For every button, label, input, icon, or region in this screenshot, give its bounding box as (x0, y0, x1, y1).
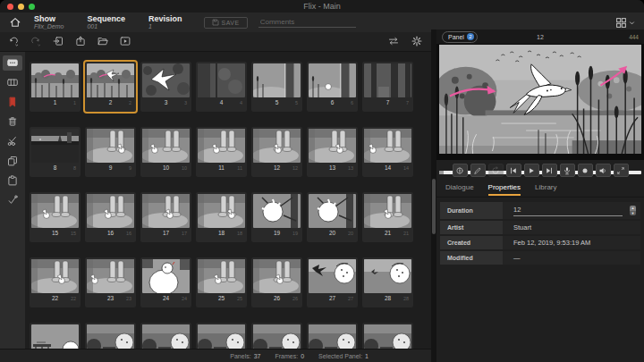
panel-card[interactable]: 1717 (140, 192, 191, 242)
panel-card[interactable]: 1818 (196, 192, 247, 242)
panel-card[interactable]: 2424 (140, 257, 191, 307)
versions-icon (7, 193, 18, 209)
tab-library[interactable]: Library (535, 183, 556, 196)
redo-icon (30, 34, 41, 50)
export-panel-button[interactable] (73, 35, 88, 49)
panel-card[interactable]: 2626 (251, 257, 302, 307)
preview-player-button[interactable] (118, 35, 132, 49)
versions-button[interactable] (3, 193, 22, 208)
panel-thumbnail (253, 259, 301, 293)
grid-scrollbar[interactable] (432, 179, 436, 234)
panel-card[interactable]: 33 (140, 62, 191, 112)
bookmark-button[interactable] (3, 95, 22, 110)
panel-card[interactable]: 55 (251, 62, 302, 112)
panel-number: 8 (54, 164, 57, 171)
panel-number: 17 (163, 230, 169, 236)
panel-number: 12 (274, 164, 280, 171)
fullscreen-button[interactable] (614, 164, 629, 177)
panel-card[interactable]: 2222 (30, 257, 80, 307)
import-panel-button[interactable] (51, 35, 65, 49)
panel-card[interactable]: 2525 (196, 257, 247, 307)
annotate-button[interactable] (470, 164, 486, 177)
panel-card[interactable]: 1919 (251, 192, 302, 242)
panel-card[interactable]: 22 (85, 62, 136, 112)
property-label: Duration (440, 202, 503, 219)
panel-card[interactable]: 3333 (251, 323, 302, 349)
new-panel-icon (7, 55, 18, 72)
play-button[interactable] (524, 164, 539, 177)
record-audio-button[interactable] (560, 164, 575, 177)
panel-card[interactable]: 2929 (30, 323, 80, 349)
minimize-window-button[interactable] (18, 4, 24, 10)
panel-card[interactable]: 1010 (140, 127, 191, 177)
panel-card[interactable]: 2020 (307, 192, 358, 242)
panel-card[interactable]: 1616 (85, 192, 136, 242)
panel-card[interactable]: 2121 (362, 192, 413, 242)
panel-card[interactable]: 2727 (307, 257, 358, 307)
paste-button[interactable] (3, 173, 22, 189)
tab-properties[interactable]: Properties (488, 183, 521, 196)
panel-card[interactable]: 44 (196, 62, 247, 112)
close-window-button[interactable] (7, 4, 13, 10)
panel-card[interactable]: 2828 (362, 257, 413, 307)
cut-button[interactable] (3, 134, 22, 149)
panel-card[interactable]: 1515 (30, 192, 80, 242)
panel-card[interactable]: 11 (30, 62, 80, 112)
home-button[interactable] (9, 16, 21, 29)
panel-thumbnail (87, 129, 134, 163)
panel-id-small: 8 (73, 164, 76, 173)
panel-id-small: 20 (348, 229, 353, 238)
annotate-icon (473, 166, 482, 175)
panel-card[interactable]: 1313 (307, 127, 358, 177)
panel-badge[interactable]: Panel 2 (442, 31, 478, 43)
volume-button[interactable] (596, 164, 611, 177)
panel-card[interactable]: 3030 (85, 323, 136, 349)
panel-card[interactable]: 3535 (362, 323, 413, 349)
delete-panel-button[interactable] (3, 114, 22, 130)
panel-card[interactable]: 3131 (140, 323, 191, 349)
comments-input[interactable] (258, 17, 356, 28)
duration-stepper[interactable]: ▲▼ (630, 206, 636, 215)
panel-card[interactable]: 3434 (307, 323, 358, 349)
settings-button[interactable] (410, 35, 424, 49)
panel-card-footer: 1616 (87, 228, 134, 239)
panel-card-footer: 55 (253, 97, 301, 108)
undo-button[interactable] (6, 35, 21, 49)
zoom-window-button[interactable] (29, 4, 35, 10)
open-folder-button[interactable] (96, 35, 110, 49)
sequence-field[interactable]: Sequence 001 (87, 15, 125, 30)
loop-button[interactable] (488, 164, 504, 177)
panel-thumbnail (142, 324, 190, 349)
panel-card[interactable]: 1212 (251, 127, 302, 177)
panel-card[interactable]: 77 (362, 62, 413, 112)
stepper-down-icon[interactable]: ▼ (630, 211, 636, 216)
panel-id-small: 3 (184, 98, 187, 107)
new-panel-button[interactable] (3, 55, 22, 71)
transfer-button[interactable] (386, 35, 401, 49)
panel-card[interactable]: 99 (85, 127, 136, 177)
panel-card[interactable]: 66 (307, 62, 358, 112)
tab-dialogue[interactable]: Dialogue (445, 183, 474, 196)
panel-card[interactable]: 3232 (196, 323, 247, 349)
panel-card[interactable]: 1414 (362, 127, 413, 177)
panel-id-small: 7 (406, 98, 409, 107)
save-button[interactable]: SAVE (204, 17, 248, 29)
record-icon (580, 166, 589, 175)
record-button[interactable] (578, 164, 593, 177)
panel-card[interactable]: 1111 (196, 127, 247, 177)
panels-strip-button[interactable] (3, 75, 22, 90)
skip-start-button[interactable] (506, 164, 521, 177)
panel-thumbnail (31, 194, 79, 228)
compare-button[interactable] (453, 164, 468, 177)
panel-card[interactable]: 88 (30, 127, 80, 177)
duration-input[interactable]: 12 (513, 206, 623, 216)
redo-button[interactable] (29, 35, 43, 49)
layout-grid-button[interactable] (615, 17, 635, 29)
panel-card[interactable]: 2323 (85, 257, 136, 307)
show-field[interactable]: Show Flix_Demo (34, 15, 64, 30)
revision-field[interactable]: Revision 1 (148, 15, 182, 30)
panel-number: 2 (109, 99, 113, 105)
panel-viewer[interactable] (436, 44, 644, 160)
copy-button[interactable] (3, 154, 22, 169)
skip-end-button[interactable] (542, 164, 557, 177)
